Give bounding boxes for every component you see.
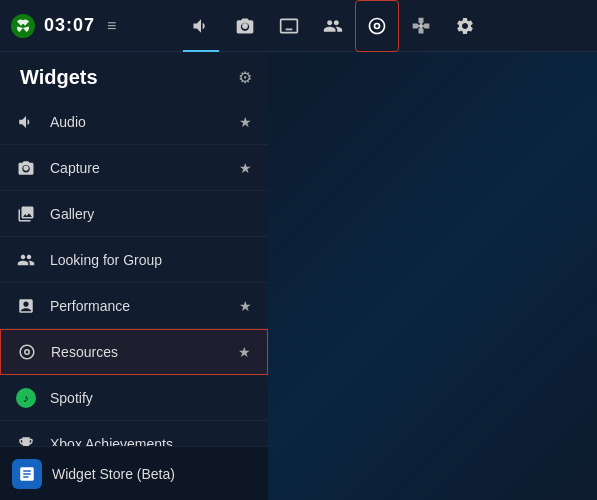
star-icon: ★ (238, 344, 251, 360)
filter-icon[interactable]: ⚙ (238, 68, 252, 87)
list-item-spotify[interactable]: ♪ Spotify (0, 375, 268, 421)
list-item-xbox-achievements[interactable]: Xbox Achievements (0, 421, 268, 446)
clock-display: 03:07 (44, 15, 95, 36)
topbar-nav (169, 0, 587, 52)
nav-capture-button[interactable] (223, 0, 267, 52)
performance-icon (12, 292, 40, 320)
svg-point-1 (242, 23, 248, 29)
list-item-label: Looking for Group (50, 252, 252, 268)
list-item-label: Performance (50, 298, 239, 314)
gallery-icon (12, 200, 40, 228)
main-layout: Widgets ⚙ Audio ★ Capture ★ (0, 52, 597, 500)
nav-controller-button[interactable] (399, 0, 443, 52)
xbox-logo-icon (10, 13, 36, 39)
list-item-label: Audio (50, 114, 239, 130)
svg-point-3 (23, 165, 28, 170)
star-icon: ★ (239, 114, 252, 130)
widget-store-icon (12, 459, 42, 489)
sidebar-list: Audio ★ Capture ★ Gallery (0, 99, 268, 446)
group-icon (12, 246, 40, 274)
list-item-label: Spotify (50, 390, 252, 406)
nav-resources-button[interactable] (355, 0, 399, 52)
resources-icon (13, 338, 41, 366)
list-item-label: Gallery (50, 206, 252, 222)
list-item-label: Resources (51, 344, 238, 360)
nav-settings-button[interactable] (443, 0, 487, 52)
list-item-audio[interactable]: Audio ★ (0, 99, 268, 145)
list-item-label: Capture (50, 160, 239, 176)
nav-display-button[interactable] (267, 0, 311, 52)
menu-icon[interactable]: ≡ (107, 17, 116, 35)
content-area (268, 52, 597, 500)
widget-store-item[interactable]: Widget Store (Beta) (0, 446, 268, 500)
topbar: 03:07 ≡ (0, 0, 597, 52)
star-icon: ★ (239, 298, 252, 314)
list-item-label: Xbox Achievements (50, 436, 252, 447)
capture-icon (12, 154, 40, 182)
list-item-capture[interactable]: Capture ★ (0, 145, 268, 191)
achievements-icon (12, 430, 40, 447)
sidebar: Widgets ⚙ Audio ★ Capture ★ (0, 52, 268, 500)
nav-audio-button[interactable] (179, 0, 223, 52)
topbar-left: 03:07 ≡ (10, 13, 165, 39)
sidebar-header: Widgets ⚙ (0, 52, 268, 99)
svg-rect-2 (419, 24, 422, 27)
nav-people-button[interactable] (311, 0, 355, 52)
sidebar-title: Widgets (20, 66, 98, 89)
list-item-looking-for-group[interactable]: Looking for Group (0, 237, 268, 283)
list-item-resources[interactable]: Resources ★ (0, 329, 268, 375)
spotify-icon: ♪ (12, 384, 40, 412)
audio-icon (12, 108, 40, 136)
widget-store-label: Widget Store (Beta) (52, 466, 175, 482)
svg-point-0 (11, 14, 35, 38)
list-item-gallery[interactable]: Gallery (0, 191, 268, 237)
star-icon: ★ (239, 160, 252, 176)
list-item-performance[interactable]: Performance ★ (0, 283, 268, 329)
